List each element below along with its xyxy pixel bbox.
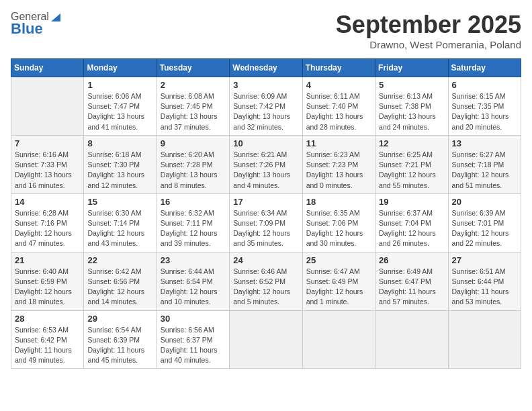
calendar-cell: 3Sunrise: 6:09 AM Sunset: 7:42 PM Daylig… bbox=[230, 77, 302, 136]
calendar-week-row: 14Sunrise: 6:28 AM Sunset: 7:16 PM Dayli… bbox=[11, 193, 521, 252]
weekday-header-wednesday: Wednesday bbox=[230, 59, 302, 77]
day-number: 10 bbox=[233, 138, 298, 148]
day-number: 1 bbox=[87, 80, 152, 90]
weekday-header-friday: Friday bbox=[375, 59, 448, 77]
svg-marker-0 bbox=[51, 13, 60, 21]
day-info: Sunrise: 6:16 AM Sunset: 7:33 PM Dayligh… bbox=[15, 150, 80, 191]
day-number: 20 bbox=[452, 197, 517, 207]
day-number: 27 bbox=[452, 255, 517, 265]
calendar-cell bbox=[302, 310, 375, 369]
day-info: Sunrise: 6:21 AM Sunset: 7:26 PM Dayligh… bbox=[233, 150, 298, 191]
calendar-cell: 9Sunrise: 6:20 AM Sunset: 7:28 PM Daylig… bbox=[157, 135, 229, 193]
day-info: Sunrise: 6:42 AM Sunset: 6:56 PM Dayligh… bbox=[87, 267, 152, 308]
title-block: September 2025 Drawno, West Pomerania, P… bbox=[336, 11, 521, 50]
calendar-cell: 1Sunrise: 6:06 AM Sunset: 7:47 PM Daylig… bbox=[84, 77, 157, 136]
day-info: Sunrise: 6:11 AM Sunset: 7:40 PM Dayligh… bbox=[306, 91, 371, 132]
day-info: Sunrise: 6:13 AM Sunset: 7:38 PM Dayligh… bbox=[379, 91, 444, 132]
day-info: Sunrise: 6:15 AM Sunset: 7:35 PM Dayligh… bbox=[452, 91, 517, 132]
page-header: General Blue September 2025 Drawno, West… bbox=[11, 11, 521, 50]
day-number: 28 bbox=[15, 314, 80, 324]
day-info: Sunrise: 6:51 AM Sunset: 6:44 PM Dayligh… bbox=[452, 267, 517, 308]
calendar-cell: 8Sunrise: 6:18 AM Sunset: 7:30 PM Daylig… bbox=[84, 135, 157, 193]
day-number: 22 bbox=[87, 255, 152, 265]
calendar-cell: 12Sunrise: 6:25 AM Sunset: 7:21 PM Dayli… bbox=[375, 135, 448, 193]
calendar-week-row: 21Sunrise: 6:40 AM Sunset: 6:59 PM Dayli… bbox=[11, 252, 521, 310]
day-number: 23 bbox=[161, 255, 226, 265]
day-number: 18 bbox=[306, 197, 371, 207]
calendar-cell: 18Sunrise: 6:35 AM Sunset: 7:06 PM Dayli… bbox=[302, 193, 375, 252]
month-title: September 2025 bbox=[336, 11, 521, 39]
calendar-cell: 26Sunrise: 6:49 AM Sunset: 6:47 PM Dayli… bbox=[375, 252, 448, 310]
calendar-week-row: 7Sunrise: 6:16 AM Sunset: 7:33 PM Daylig… bbox=[11, 135, 521, 193]
day-number: 15 bbox=[87, 197, 152, 207]
weekday-header-saturday: Saturday bbox=[448, 59, 521, 77]
day-info: Sunrise: 6:54 AM Sunset: 6:39 PM Dayligh… bbox=[87, 325, 152, 366]
calendar-cell: 13Sunrise: 6:27 AM Sunset: 7:18 PM Dayli… bbox=[448, 135, 521, 193]
calendar-cell: 25Sunrise: 6:47 AM Sunset: 6:49 PM Dayli… bbox=[302, 252, 375, 310]
day-info: Sunrise: 6:20 AM Sunset: 7:28 PM Dayligh… bbox=[161, 150, 226, 191]
day-info: Sunrise: 6:35 AM Sunset: 7:06 PM Dayligh… bbox=[306, 208, 371, 249]
day-info: Sunrise: 6:28 AM Sunset: 7:16 PM Dayligh… bbox=[15, 208, 80, 249]
calendar-cell: 20Sunrise: 6:39 AM Sunset: 7:01 PM Dayli… bbox=[448, 193, 521, 252]
day-number: 25 bbox=[306, 255, 371, 265]
calendar-cell: 19Sunrise: 6:37 AM Sunset: 7:04 PM Dayli… bbox=[375, 193, 448, 252]
calendar-cell: 28Sunrise: 6:53 AM Sunset: 6:42 PM Dayli… bbox=[11, 310, 84, 369]
calendar-cell: 21Sunrise: 6:40 AM Sunset: 6:59 PM Dayli… bbox=[11, 252, 84, 310]
weekday-header-monday: Monday bbox=[84, 59, 157, 77]
day-number: 30 bbox=[161, 314, 226, 324]
day-number: 2 bbox=[161, 80, 226, 90]
day-info: Sunrise: 6:37 AM Sunset: 7:04 PM Dayligh… bbox=[379, 208, 444, 249]
day-number: 19 bbox=[379, 197, 444, 207]
day-number: 9 bbox=[161, 138, 226, 148]
logo: General Blue bbox=[11, 11, 62, 38]
day-info: Sunrise: 6:23 AM Sunset: 7:23 PM Dayligh… bbox=[306, 150, 371, 191]
day-info: Sunrise: 6:08 AM Sunset: 7:45 PM Dayligh… bbox=[161, 91, 226, 132]
calendar-cell: 10Sunrise: 6:21 AM Sunset: 7:26 PM Dayli… bbox=[230, 135, 302, 193]
calendar-cell: 7Sunrise: 6:16 AM Sunset: 7:33 PM Daylig… bbox=[11, 135, 84, 193]
day-info: Sunrise: 6:39 AM Sunset: 7:01 PM Dayligh… bbox=[452, 208, 517, 249]
day-number: 11 bbox=[306, 138, 371, 148]
day-info: Sunrise: 6:32 AM Sunset: 7:11 PM Dayligh… bbox=[161, 208, 226, 249]
calendar-cell: 23Sunrise: 6:44 AM Sunset: 6:54 PM Dayli… bbox=[157, 252, 229, 310]
calendar-cell: 24Sunrise: 6:46 AM Sunset: 6:52 PM Dayli… bbox=[230, 252, 302, 310]
day-number: 21 bbox=[15, 255, 80, 265]
day-number: 5 bbox=[379, 80, 444, 90]
weekday-header-sunday: Sunday bbox=[11, 59, 84, 77]
day-number: 29 bbox=[87, 314, 152, 324]
day-info: Sunrise: 6:40 AM Sunset: 6:59 PM Dayligh… bbox=[15, 267, 80, 308]
calendar-cell: 29Sunrise: 6:54 AM Sunset: 6:39 PM Dayli… bbox=[84, 310, 157, 369]
day-info: Sunrise: 6:46 AM Sunset: 6:52 PM Dayligh… bbox=[233, 267, 298, 308]
day-info: Sunrise: 6:49 AM Sunset: 6:47 PM Dayligh… bbox=[379, 267, 444, 308]
calendar-cell: 4Sunrise: 6:11 AM Sunset: 7:40 PM Daylig… bbox=[302, 77, 375, 136]
calendar-cell bbox=[230, 310, 302, 369]
calendar-week-row: 28Sunrise: 6:53 AM Sunset: 6:42 PM Dayli… bbox=[11, 310, 521, 369]
weekday-header-tuesday: Tuesday bbox=[157, 59, 229, 77]
day-number: 8 bbox=[87, 138, 152, 148]
calendar-cell: 11Sunrise: 6:23 AM Sunset: 7:23 PM Dayli… bbox=[302, 135, 375, 193]
day-info: Sunrise: 6:34 AM Sunset: 7:09 PM Dayligh… bbox=[233, 208, 298, 249]
day-info: Sunrise: 6:30 AM Sunset: 7:14 PM Dayligh… bbox=[87, 208, 152, 249]
day-info: Sunrise: 6:27 AM Sunset: 7:18 PM Dayligh… bbox=[452, 150, 517, 191]
calendar-cell: 16Sunrise: 6:32 AM Sunset: 7:11 PM Dayli… bbox=[157, 193, 229, 252]
day-info: Sunrise: 6:44 AM Sunset: 6:54 PM Dayligh… bbox=[161, 267, 226, 308]
weekday-header-row: SundayMondayTuesdayWednesdayThursdayFrid… bbox=[11, 59, 521, 77]
calendar-cell: 14Sunrise: 6:28 AM Sunset: 7:16 PM Dayli… bbox=[11, 193, 84, 252]
logo-arrow-icon bbox=[50, 11, 62, 23]
calendar-cell: 30Sunrise: 6:56 AM Sunset: 6:37 PM Dayli… bbox=[157, 310, 229, 369]
day-number: 3 bbox=[233, 80, 298, 90]
day-info: Sunrise: 6:09 AM Sunset: 7:42 PM Dayligh… bbox=[233, 91, 298, 132]
calendar-week-row: 1Sunrise: 6:06 AM Sunset: 7:47 PM Daylig… bbox=[11, 77, 521, 136]
weekday-header-thursday: Thursday bbox=[302, 59, 375, 77]
day-number: 14 bbox=[15, 197, 80, 207]
day-number: 13 bbox=[452, 138, 517, 148]
calendar-cell: 6Sunrise: 6:15 AM Sunset: 7:35 PM Daylig… bbox=[448, 77, 521, 136]
calendar-cell bbox=[448, 310, 521, 369]
calendar-cell: 15Sunrise: 6:30 AM Sunset: 7:14 PM Dayli… bbox=[84, 193, 157, 252]
day-number: 12 bbox=[379, 138, 444, 148]
day-info: Sunrise: 6:18 AM Sunset: 7:30 PM Dayligh… bbox=[87, 150, 152, 191]
day-number: 6 bbox=[452, 80, 517, 90]
day-number: 17 bbox=[233, 197, 298, 207]
day-info: Sunrise: 6:25 AM Sunset: 7:21 PM Dayligh… bbox=[379, 150, 444, 191]
day-info: Sunrise: 6:47 AM Sunset: 6:49 PM Dayligh… bbox=[306, 267, 371, 308]
calendar-cell: 27Sunrise: 6:51 AM Sunset: 6:44 PM Dayli… bbox=[448, 252, 521, 310]
